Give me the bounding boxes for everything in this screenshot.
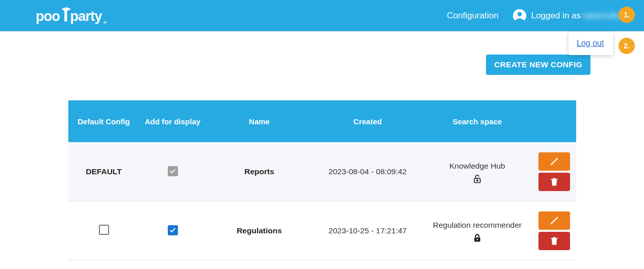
table-row: DEFAULT Reports 2023-08-04 - 08:09:42 Kn… [68, 142, 576, 201]
cell-default [68, 225, 140, 237]
col-header-search-space: Search space [423, 116, 532, 127]
toolbar: CREATE NEW CONFIG [54, 55, 590, 75]
user-menu[interactable]: Logged in as lakomcikovar [513, 9, 634, 22]
col-header-default: Default Config [68, 116, 140, 127]
main-content: CREATE NEW CONFIG Default Config Add for… [0, 32, 644, 260]
lock-closed-icon [472, 233, 482, 243]
cell-name: Regulations [206, 226, 313, 235]
col-header-created: Created [313, 116, 423, 127]
cell-name: Reports [206, 167, 313, 176]
pencil-icon [549, 156, 559, 167]
svg-text:party: party [70, 8, 102, 23]
trash-icon [549, 236, 559, 246]
svg-point-6 [517, 12, 522, 16]
cell-actions [532, 152, 576, 191]
header-right: Configuration Logged in as lakomcikovar [447, 9, 634, 22]
add-display-checkbox[interactable] [168, 225, 178, 235]
default-config-checkbox[interactable] [99, 225, 109, 235]
create-new-config-button[interactable]: CREATE NEW CONFIG [486, 55, 590, 75]
svg-text:poo: poo [36, 8, 60, 23]
delete-button[interactable] [538, 173, 570, 191]
add-display-checkbox[interactable] [168, 166, 178, 176]
cell-search-space: Regulation recommender [423, 218, 532, 244]
annotation-badge-2: 2. [619, 38, 635, 54]
col-header-add-display: Add for display [140, 116, 206, 127]
search-space-label: Knowledge Hub [449, 159, 505, 173]
pencil-icon [549, 216, 559, 226]
svg-point-8 [477, 180, 478, 182]
edit-button[interactable] [538, 211, 570, 230]
trash-icon [549, 177, 559, 187]
svg-point-10 [477, 239, 478, 241]
edit-button[interactable] [538, 152, 570, 171]
cell-created: 2023-08-04 - 08:09:42 [313, 166, 423, 177]
logout-link[interactable]: Log out [577, 39, 604, 47]
annotation-badge-1: 1. [619, 7, 635, 23]
table-row: Regulations 2023-10-25 - 17:21:47 Regula… [68, 201, 576, 260]
configuration-link[interactable]: Configuration [447, 11, 499, 21]
cell-created: 2023-10-25 - 17:21:47 [313, 225, 423, 236]
lock-open-icon [472, 174, 482, 184]
delete-button[interactable] [538, 232, 570, 250]
user-icon [513, 9, 526, 22]
table-header: Default Config Add for display Name Crea… [68, 100, 576, 142]
cell-default: DEFAULT [68, 167, 140, 176]
cell-actions [532, 211, 576, 250]
search-space-label: Regulation recommender [433, 218, 522, 232]
col-header-name: Name [206, 116, 313, 127]
cell-add-display [140, 225, 206, 236]
cell-add-display [140, 166, 206, 177]
config-table: Default Config Add for display Name Crea… [68, 100, 576, 260]
svg-text:®: ® [105, 21, 107, 24]
cell-search-space: Knowledge Hub [423, 159, 532, 184]
app-header: poo party ® Configuration Logged in as l… [0, 0, 644, 32]
logo[interactable]: poo party ® [36, 6, 127, 26]
user-dropdown: Log out [569, 32, 613, 55]
